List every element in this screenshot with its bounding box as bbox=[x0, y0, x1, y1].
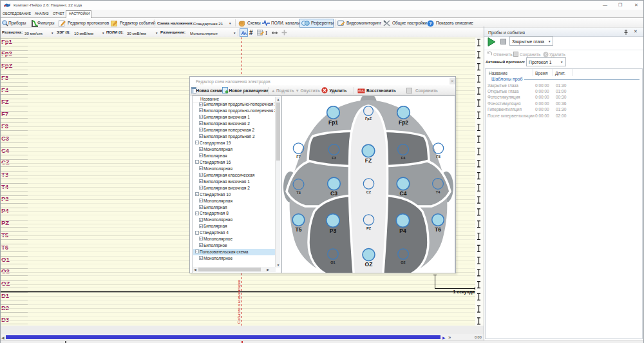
svg-text:O1: O1 bbox=[330, 260, 335, 264]
svg-text:T3: T3 bbox=[296, 191, 300, 195]
svg-text:T6: T6 bbox=[435, 226, 441, 233]
svg-text:O2: O2 bbox=[401, 260, 405, 264]
svg-text:1 секунда: 1 секунда bbox=[453, 289, 475, 295]
svg-text:P4: P4 bbox=[399, 228, 406, 234]
svg-text:OZ: OZ bbox=[365, 261, 373, 268]
svg-text:CZ: CZ bbox=[366, 190, 372, 194]
svg-text:C3: C3 bbox=[330, 190, 337, 197]
svg-text:FZ: FZ bbox=[365, 157, 372, 164]
svg-text:C4: C4 bbox=[400, 190, 407, 197]
svg-text:T4: T4 bbox=[436, 190, 440, 194]
svg-text:Fp1: Fp1 bbox=[328, 119, 338, 126]
svg-text:?: ? bbox=[429, 21, 431, 26]
svg-text:F4: F4 bbox=[401, 156, 406, 160]
svg-text:F8: F8 bbox=[436, 155, 440, 159]
svg-text:F3: F3 bbox=[332, 156, 336, 160]
svg-text:FpZ: FpZ bbox=[365, 117, 372, 121]
svg-text:P3: P3 bbox=[330, 228, 337, 234]
svg-text:T5: T5 bbox=[296, 226, 302, 233]
svg-text:F7: F7 bbox=[296, 155, 300, 159]
svg-text:События и комментарии: События и комментарии bbox=[237, 280, 241, 324]
svg-text:Fp2: Fp2 bbox=[399, 119, 408, 126]
svg-text:PZ: PZ bbox=[366, 226, 372, 230]
